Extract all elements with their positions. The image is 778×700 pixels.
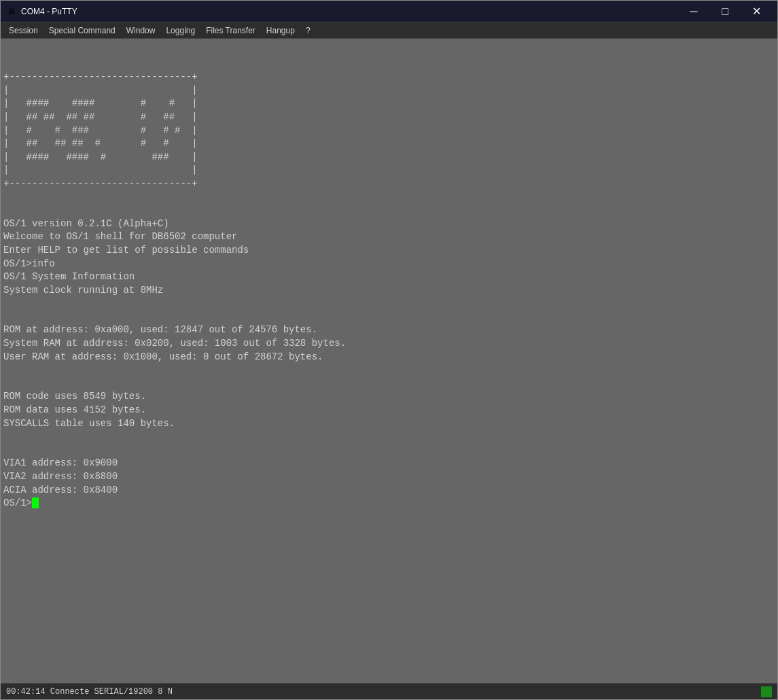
terminal-line-15: OS/1 System Information [3,271,135,282]
terminal-line-5: | # # ### # # # | [3,125,198,136]
terminal-output: +--------------------------------+ | | |… [1,39,777,529]
app-icon: 🖥 [6,6,17,17]
terminal-line-12: Welcome to OS/1 shell for DB6502 compute… [3,231,237,242]
terminal-line-27: VIA2 address: 0x8800 [3,471,118,482]
terminal-line-24: SYSCALLS table uses 140 bytes. [3,418,175,429]
terminal-line-23: ROM data uses 4152 bytes. [3,404,146,415]
menu-help[interactable]: ? [300,22,316,38]
terminal-line-29: OS/1> [3,497,32,508]
menu-window[interactable]: Window [121,22,161,38]
terminal-line-19: System RAM at address: 0x0200, used: 100… [3,338,346,349]
status-right [761,686,772,697]
menu-logging[interactable]: Logging [160,22,200,38]
terminal-line-20: User RAM at address: 0x1000, used: 0 out… [3,351,323,362]
terminal-line-18: ROM at address: 0xa000, used: 12847 out … [3,324,317,335]
terminal-line-4: | ## ## ## ## # ## | [3,111,198,122]
putty-window: 🖥 COM4 - PuTTY ─ □ ✕ Session Special Com… [0,0,778,700]
menu-hangup[interactable]: Hangup [261,22,300,38]
terminal-area[interactable]: +--------------------------------+ | | |… [1,39,777,683]
terminal-line-16: System clock running at 8MHz [3,285,163,296]
notification-icon [761,686,772,697]
status-bar: 00:42:14 Connecte SERIAL/19200 8 N [1,683,777,699]
minimize-button[interactable]: ─ [678,1,709,22]
terminal-line-2: | | [3,85,198,96]
terminal-line-7: | #### #### # ### | [3,152,198,162]
terminal-line-28: ACIA address: 0x8400 [3,485,118,495]
maximize-button[interactable]: □ [709,1,741,22]
menu-bar: Session Special Command Window Logging F… [1,22,777,39]
terminal-line-14: OS/1>info [3,258,55,269]
terminal-line-22: ROM code uses 8549 bytes. [3,391,146,402]
terminal-cursor [32,497,39,508]
terminal-line-6: | ## ## ## # # # | [3,138,198,149]
menu-files-transfer[interactable]: Files Transfer [200,22,261,38]
terminal-line-13: Enter HELP to get list of possible comma… [3,245,249,256]
status-text: 00:42:14 Connecte SERIAL/19200 8 N [6,687,173,697]
terminal-line-11: OS/1 version 0.2.1C (Alpha+C) [3,218,169,229]
terminal-line-26: VIA1 address: 0x9000 [3,457,118,468]
window-controls: ─ □ ✕ [678,1,772,22]
window-title: COM4 - PuTTY [21,7,77,16]
close-button[interactable]: ✕ [741,1,772,22]
menu-special-command[interactable]: Special Command [43,22,121,38]
terminal-line-1: +--------------------------------+ [3,71,198,82]
terminal-line-9: +--------------------------------+ [3,178,198,189]
terminal-line-3: | #### #### # # | [3,98,198,109]
menu-session[interactable]: Session [3,22,43,38]
title-bar: 🖥 COM4 - PuTTY ─ □ ✕ [1,1,777,22]
terminal-line-8: | | [3,164,198,175]
title-bar-left: 🖥 COM4 - PuTTY [6,6,77,17]
